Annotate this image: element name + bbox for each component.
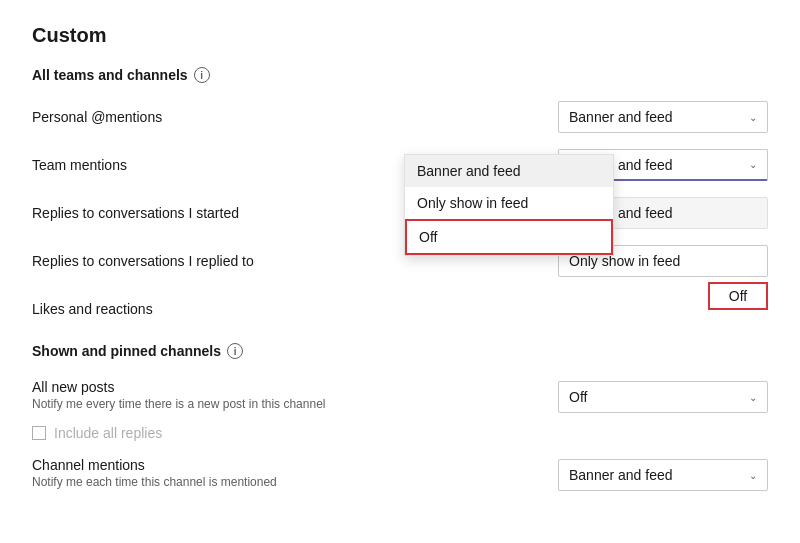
channel-mentions-sub-label: Notify me each time this channel is ment…: [32, 475, 558, 489]
channel-mentions-chevron: ⌄: [749, 470, 757, 481]
team-mentions-chevron: ⌄: [749, 159, 757, 170]
all-new-posts-row: All new posts Notify me every time there…: [32, 375, 768, 413]
dropdown-option-off[interactable]: Off: [405, 219, 613, 255]
personal-mentions-chevron: ⌄: [749, 112, 757, 123]
all-new-posts-label: All new posts: [32, 379, 558, 395]
include-replies-label: Include all replies: [54, 425, 162, 441]
dropdown-option-banner-feed[interactable]: Banner and feed: [405, 155, 613, 187]
channel-mentions-dropdown[interactable]: Banner and feed ⌄: [558, 459, 768, 491]
dropdown-menu-overlay: Banner and feed Only show in feed Off: [404, 154, 614, 256]
off-button-overlay[interactable]: Off: [708, 282, 768, 310]
shown-section: Shown and pinned channels i All new post…: [32, 343, 768, 491]
all-new-posts-chevron: ⌄: [749, 392, 757, 403]
off-button-text: Off: [729, 288, 747, 304]
page-title: Custom: [32, 24, 768, 47]
channel-mentions-label: Channel mentions: [32, 457, 558, 473]
likes-reactions-row: Likes and reactions Off ⌄: [32, 291, 768, 327]
shown-pinned-label: Shown and pinned channels: [32, 343, 221, 359]
personal-mentions-label: Personal @mentions: [32, 109, 558, 125]
all-teams-section-header: All teams and channels i: [32, 67, 768, 83]
dropdown-option-only-feed[interactable]: Only show in feed: [405, 187, 613, 219]
shown-pinned-header: Shown and pinned channels i: [32, 343, 768, 359]
all-teams-info-icon[interactable]: i: [194, 67, 210, 83]
all-new-posts-label-group: All new posts Notify me every time there…: [32, 379, 558, 411]
all-new-posts-value: Off: [569, 389, 587, 405]
all-new-posts-dropdown[interactable]: Off ⌄: [558, 381, 768, 413]
shown-info-icon-text: i: [234, 346, 237, 357]
page-container: Custom All teams and channels i Personal…: [0, 0, 800, 527]
info-icon-text: i: [200, 70, 203, 81]
replies-replied-row: Replies to conversations I replied to On…: [32, 243, 768, 279]
all-new-posts-sub-label: Notify me every time there is a new post…: [32, 397, 558, 411]
replies-started-row: Replies to conversations I started Banne…: [32, 195, 768, 231]
include-replies-row: Include all replies: [32, 425, 768, 441]
channel-mentions-row: Channel mentions Notify me each time thi…: [32, 453, 768, 491]
likes-reactions-label: Likes and reactions: [32, 301, 558, 317]
team-mentions-row: Team mentions Banner and feed ⌄: [32, 147, 768, 183]
channel-mentions-value: Banner and feed: [569, 467, 673, 483]
personal-mentions-dropdown[interactable]: Banner and feed ⌄: [558, 101, 768, 133]
channel-mentions-label-group: Channel mentions Notify me each time thi…: [32, 457, 558, 489]
personal-mentions-row: Personal @mentions Banner and feed ⌄: [32, 99, 768, 135]
personal-mentions-value: Banner and feed: [569, 109, 673, 125]
shown-pinned-info-icon[interactable]: i: [227, 343, 243, 359]
include-replies-checkbox[interactable]: [32, 426, 46, 440]
all-teams-label: All teams and channels: [32, 67, 188, 83]
